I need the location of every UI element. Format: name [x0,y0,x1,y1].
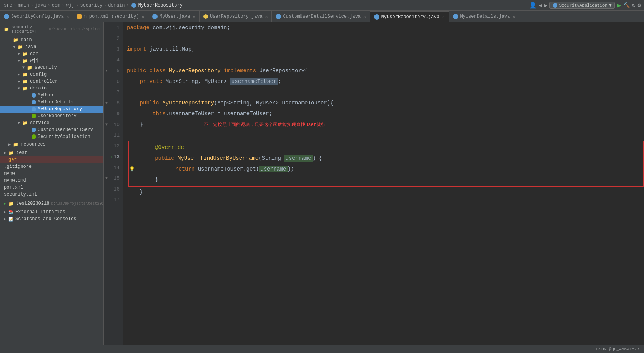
sidebar-item-securityapp[interactable]: SecurityApplication [0,133,103,140]
sidebar-item-gitignore[interactable]: .gitignore [0,163,103,170]
sidebar-item-label-myuserdetails: MyUserDetails [38,99,74,105]
sidebar-item-controller[interactable]: ▶ 📁 controller [0,78,103,85]
tab-myuserrepository[interactable]: MyUserRepository.java ✕ [370,11,449,22]
code-line-16: } [127,187,644,197]
highlighted-param-username: username [284,155,312,162]
libs-icon: 📚 [8,210,14,215]
sidebar-icon: 📁 [4,27,9,32]
close-tab-userrepository[interactable]: ✕ [265,14,268,19]
sidebar: 📁 security [security] D:\JavaProjects\sp… [0,22,104,345]
close-tab-myuserrepository[interactable]: ✕ [442,14,445,19]
arrow-right-icon[interactable]: ▶ [544,2,547,8]
sidebar-item-projectroot[interactable]: ▶ 📁 test20230218 D:\JavaProjects\test202… [0,200,103,207]
folder-icon-java: 📁 [18,45,24,49]
run-icon[interactable]: ▶ [617,2,621,9]
fold-arrow-10[interactable]: ▼ [105,123,108,127]
sidebar-item-label-pomxml: pom.xml [4,185,23,190]
fold-arrow-5[interactable]: ▼ [105,69,108,73]
line-num-2: 2 [104,33,123,44]
sidebar-item-label-security: security [35,65,57,70]
tab-userrepository[interactable]: UserRepository.java ✕ [200,11,272,22]
sidebar-item-label-com: com [30,51,38,56]
breadcrumb: src › main › java › com › wjj › security… [3,3,183,8]
line-num-14: 14 [104,162,123,173]
app-icon [553,3,557,8]
sidebar-item-mvnwcmd[interactable]: mvnw.cmd [0,177,103,184]
sidebar-item-customuserdetail[interactable]: CustomUserDetailServ [0,126,103,133]
close-tab-securityconfig[interactable]: ✕ [67,14,69,19]
sidebar-item-label-scratches: Scratches and Consoles [15,216,76,222]
sidebar-header: 📁 security [security] D:\JavaProjects\sp… [0,22,103,36]
fold-arrow-8[interactable]: ▼ [105,101,108,105]
sidebar-item-scratches[interactable]: ▶ 📝 Scratches and Consoles [0,215,103,222]
close-tab-customuserdetail[interactable]: ✕ [363,14,366,19]
line-num-17: 17 [104,194,123,205]
update-icon[interactable]: ↻ [632,2,635,8]
sidebar-item-get[interactable]: get [0,156,103,163]
sidebar-item-label-customuserdetail: CustomUserDetailServ [38,127,93,133]
code-line-11 [127,130,644,141]
tab-myuser[interactable]: MyUser.java ✕ [148,11,200,22]
close-tab-myuser[interactable]: ✕ [193,14,195,19]
sidebar-item-label-extlibs: External Libraries [15,209,65,215]
sidebar-item-myuser[interactable]: MyUser [0,92,103,99]
code-line-5: public class MyUserRepository implements… [127,65,644,76]
code-line-4 [127,55,644,65]
tab-icon-myuserrepository [374,14,379,20]
sidebar-tree: 📁 main ▼ 📁 java ▼ 📁 com ▼ 📁 wjj [0,36,103,345]
sidebar-item-service[interactable]: ▼ 📁 service [0,119,103,126]
tab-icon-customuserdetail [276,14,281,19]
sidebar-item-test[interactable]: ▶ 📁 test [0,149,103,156]
run-app-button[interactable]: SecurityApplication ▼ [549,2,615,9]
sidebar-item-config[interactable]: ▶ 📁 config [0,71,103,78]
build-icon[interactable]: 🔨 [623,2,630,8]
sidebar-item-wjj[interactable]: ▼ 📁 wjj [0,57,103,64]
sidebar-item-userrepository[interactable]: UserRepository [0,113,103,119]
sidebar-item-label-gitignore: .gitignore [4,164,32,169]
sidebar-item-com[interactable]: ▼ 📁 com [0,50,103,57]
tab-securityconfig[interactable]: SecurityConfig.java ✕ [0,11,73,22]
sidebar-item-label-service: service [30,120,49,126]
fold-arrow-15[interactable]: ▼ [105,176,108,181]
code-content: 1 2 3 4 ▼ 5 6 7 ▼ 8 9 ▼ 10 11 [104,22,644,345]
breadcrumb-domain: domain [108,3,125,8]
sidebar-item-extlibs[interactable]: ▶ 📚 External Libraries [0,209,103,215]
close-tab-pomxml[interactable]: ✕ [141,14,144,19]
line-num-11: 11 [104,130,123,141]
sidebar-item-securityiml[interactable]: security.iml [0,191,103,198]
line-num-10: ▼ 10 [104,119,123,130]
breadcrumb-security: security [80,3,102,8]
code-line-15: } [129,174,643,185]
code-line-12: @Override [129,142,643,153]
tab-pomxml[interactable]: m pom.xml (security) ✕ [73,11,148,22]
sidebar-item-label-config: config [30,72,47,77]
settings-icon[interactable]: ⚙ [638,2,641,8]
tabs-bar: SecurityConfig.java ✕ m pom.xml (securit… [0,11,644,22]
sidebar-item-main[interactable]: 📁 main [0,36,103,43]
tab-myuserdetails[interactable]: MyUserDetails.java ✕ [449,11,519,22]
sidebar-item-java[interactable]: ▼ 📁 java [0,43,103,50]
run-app-label: SecurityApplication [559,3,607,8]
close-tab-myuserdetails[interactable]: ✕ [513,14,515,19]
code-lines[interactable]: package com.wjj.security.domain; import … [123,22,644,345]
sidebar-item-mvnw[interactable]: mvnw [0,170,103,177]
sidebar-item-label-main: main [21,37,32,43]
sidebar-item-myuserrepository[interactable]: MyUserRepository [0,106,103,113]
sidebar-item-pomxml[interactable]: pom.xml [0,184,103,191]
sidebar-item-label-userrepository: UserRepository [38,113,77,119]
breadcrumb-current: MyUserRepository [131,3,183,8]
arrow-left-icon[interactable]: ◀ [539,2,542,8]
line-num-4: 4 [104,55,123,65]
sidebar-item-security[interactable]: ▼ 📁 security [0,64,103,71]
sidebar-item-label-controller: controller [30,79,58,84]
sidebar-item-label-securityapp: SecurityApplication [38,134,90,139]
highlighted-param-username2: username [259,166,287,172]
top-bar: src › main › java › com › wjj › security… [0,0,644,11]
code-line-1: package com.wjj.security.domain; [127,22,644,33]
file-icon-myuser [32,93,36,98]
sidebar-item-resources[interactable]: ▶ 📁 resources [0,141,103,148]
tab-customuserdetail[interactable]: CustomUserDetailService.java ✕ [272,11,370,22]
file-icon-myuserdetails [32,100,36,104]
sidebar-item-domain[interactable]: ▼ 📁 domain [0,85,103,92]
sidebar-item-myuserdetails[interactable]: MyUserDetails [0,99,103,106]
